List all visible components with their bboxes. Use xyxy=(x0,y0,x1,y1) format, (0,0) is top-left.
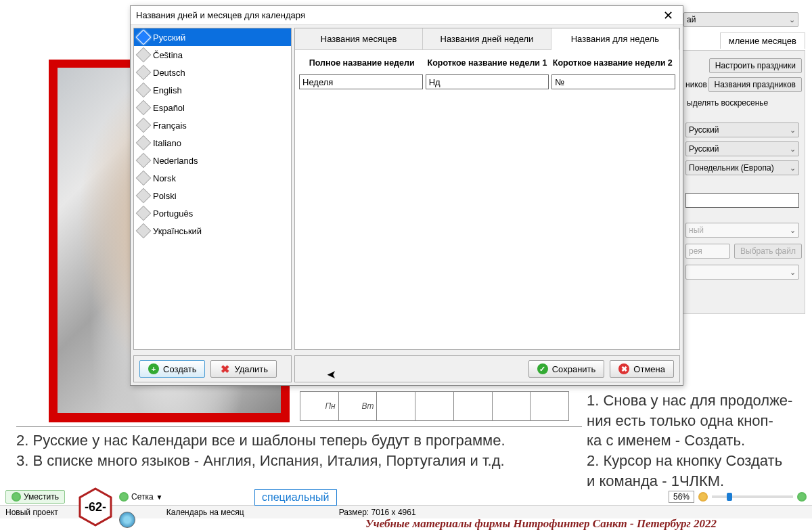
language-label: Français xyxy=(153,120,187,131)
highlight-sunday-checkbox[interactable]: ыделять воскресенье xyxy=(685,94,802,112)
diamond-icon xyxy=(136,223,152,239)
footer-left: +Создать ✖Удалить xyxy=(133,355,292,382)
close-icon[interactable]: ✕ xyxy=(659,8,677,23)
footer-credits: Учебные материалы фирмы Нитрофинтер Санк… xyxy=(365,517,717,531)
status-new-project: Новый проект xyxy=(5,508,58,517)
week-start-dropdown[interactable]: Понедельник (Европа) xyxy=(685,160,799,175)
zoom-out-icon[interactable] xyxy=(698,492,708,502)
tab-1[interactable]: Названия дней недели xyxy=(423,28,551,49)
check-icon: ✓ xyxy=(537,363,548,374)
disabled-dropdown-1: ный xyxy=(685,223,799,238)
col-header-short2: Короткое название недели 2 xyxy=(551,58,674,68)
fit-icon xyxy=(12,492,21,502)
language-label: Español xyxy=(153,103,185,113)
instruction-text-left: 2. Русские у нас Календари все и шаблоны… xyxy=(16,426,582,470)
zoom-in-icon[interactable] xyxy=(797,492,807,502)
language-label: Polski xyxy=(153,191,177,201)
status-calendar-type: Календарь на месяц xyxy=(166,508,244,517)
grid-button[interactable]: Сетка▼ xyxy=(119,492,163,502)
status-size: Размер: 7016 x 4961 xyxy=(339,508,416,517)
side-text-input[interactable] xyxy=(685,193,799,208)
dialog-titlebar: Названия дней и месяцев для календаря ✕ xyxy=(131,6,683,25)
language-item-русский[interactable]: Русский xyxy=(134,28,291,46)
zoom-slider[interactable] xyxy=(712,495,793,498)
delete-icon: ✖ xyxy=(219,363,230,374)
tab-2[interactable]: Названия для недель xyxy=(551,28,679,50)
side-panel: Настроить праздники никовНазвания праздн… xyxy=(682,50,805,314)
diamond-icon xyxy=(136,135,152,151)
grid-icon xyxy=(119,492,129,502)
zoom-value[interactable]: 56% xyxy=(669,491,694,503)
language-label: English xyxy=(153,85,182,95)
disabled-dropdown-2: рея xyxy=(685,244,730,259)
language-item-norsk[interactable]: Norsk xyxy=(134,169,291,187)
col-header-short1: Короткое название недели 1 xyxy=(426,58,548,68)
dialog-title: Названия дней и месяцев для календаря xyxy=(136,10,305,20)
lang-dropdown-2[interactable]: Русский xyxy=(685,141,799,156)
calendar-names-dialog: Названия дней и месяцев для календаря ✕ … xyxy=(130,5,683,386)
page-badge: -62- xyxy=(76,487,115,527)
diamond-icon xyxy=(136,118,152,133)
diamond-icon xyxy=(136,100,152,116)
language-item-український[interactable]: Український xyxy=(134,222,291,240)
globe-icon xyxy=(119,512,135,528)
language-item-polski[interactable]: Polski xyxy=(134,187,291,204)
language-label: Norsk xyxy=(153,173,176,183)
language-item-nederlands[interactable]: Nederlands xyxy=(134,152,291,169)
language-item-čeština[interactable]: Čeština xyxy=(134,46,291,64)
language-label: Русский xyxy=(153,32,185,43)
language-item-français[interactable]: Français xyxy=(134,116,291,134)
fit-button[interactable]: Уместить xyxy=(5,490,65,504)
week-short1-input[interactable] xyxy=(426,74,549,89)
special-tag: специальный xyxy=(254,489,337,506)
setup-holidays-button[interactable]: Настроить праздники xyxy=(709,58,802,73)
content-panel: Названия месяцевНазвания дней неделиНазв… xyxy=(294,28,680,350)
create-button[interactable]: +Создать xyxy=(139,360,205,378)
week-short2-input[interactable] xyxy=(551,74,675,89)
delete-button[interactable]: ✖Удалить xyxy=(210,360,277,378)
language-label: Deutsch xyxy=(153,68,185,78)
holiday-names-button[interactable]: Названия праздников xyxy=(708,77,803,92)
add-icon: + xyxy=(148,363,159,374)
language-list: РусскийČeštinaDeutschEnglishEspañolFranç… xyxy=(133,28,292,350)
diamond-icon xyxy=(136,30,152,45)
diamond-icon xyxy=(136,47,152,63)
lang-dropdown-1[interactable]: Русский xyxy=(685,123,799,137)
language-item-english[interactable]: English xyxy=(134,81,291,99)
language-item-italiano[interactable]: Italiano xyxy=(134,134,291,152)
cancel-icon: ✖ xyxy=(618,363,629,374)
diamond-icon xyxy=(136,65,152,81)
tab-week-names: Полное название недели Короткое название… xyxy=(295,50,679,95)
language-label: Italiano xyxy=(153,138,181,148)
save-button[interactable]: ✓Сохранить xyxy=(528,360,605,378)
label-fragment: ников xyxy=(685,80,707,89)
top-dropdown[interactable]: ай xyxy=(683,12,798,27)
bottom-toolbar: Уместить Сетка▼ 56% xyxy=(5,490,807,504)
language-item-deutsch[interactable]: Deutsch xyxy=(134,64,291,81)
col-header-full: Полное название недели xyxy=(300,58,423,68)
language-label: Nederlands xyxy=(153,156,198,166)
language-label: Čeština xyxy=(153,50,183,60)
footer-right: ✓Сохранить ✖Отмена xyxy=(294,355,680,382)
diamond-icon xyxy=(136,83,152,98)
side-tab-months-design[interactable]: мление месяцев xyxy=(720,32,805,49)
language-item-español[interactable]: Español xyxy=(134,99,291,116)
diamond-icon xyxy=(136,188,152,204)
language-label: Português xyxy=(153,208,193,219)
disabled-dropdown-3 xyxy=(685,265,799,280)
language-label: Український xyxy=(153,226,202,236)
diamond-icon xyxy=(136,153,152,169)
cancel-button[interactable]: ✖Отмена xyxy=(610,360,674,378)
calendar-grid: ПнВт xyxy=(300,391,569,421)
tab-bar: Названия месяцевНазвания дней неделиНазв… xyxy=(295,28,679,50)
select-file-button: Выбрать файл xyxy=(734,244,802,259)
instruction-text-right: 1. Снова у нас для продолже- ния есть то… xyxy=(587,391,806,491)
diamond-icon xyxy=(136,171,152,186)
tab-0[interactable]: Названия месяцев xyxy=(295,28,423,49)
language-item-português[interactable]: Português xyxy=(134,204,291,222)
week-full-name-input[interactable] xyxy=(299,74,423,89)
diamond-icon xyxy=(136,206,152,221)
